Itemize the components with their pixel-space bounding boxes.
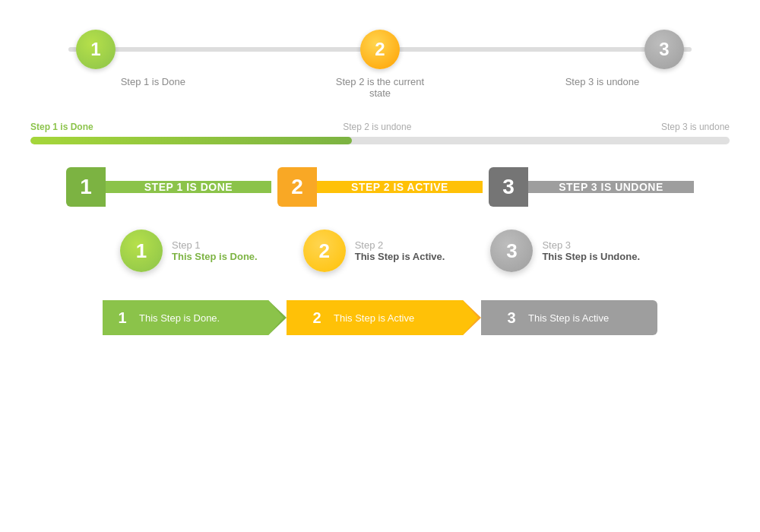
- chevron-label-3: This Step is Active: [528, 312, 609, 324]
- label-row: Step 1 is Done Step 2 is undone Step 3 i…: [30, 122, 730, 132]
- step-number-3: 3: [659, 39, 669, 60]
- chevron-label-1: This Step is Done.: [139, 312, 220, 324]
- chevron-num-2: 2: [308, 309, 326, 327]
- label-done: Step 1 is Done: [30, 122, 93, 132]
- icon-title-1: Step 1: [172, 239, 258, 251]
- icon-step-3: 3 Step 3 This Step is Undone.: [490, 230, 640, 272]
- icon-circle-1[interactable]: 1: [120, 230, 163, 272]
- btn-step-2[interactable]: 2 STEP 2 IS ACTIVE: [277, 167, 483, 207]
- btn-num-3: 3: [489, 167, 528, 207]
- label-undone-2: Step 2 is undone: [343, 122, 411, 132]
- btn-num-2: 2: [277, 167, 317, 207]
- step-label-3: Step 3 is undone: [548, 76, 639, 99]
- btn-num-1: 1: [66, 167, 106, 207]
- icon-circle-2[interactable]: 2: [303, 230, 346, 272]
- chevron-num-3: 3: [502, 309, 521, 327]
- icon-step-2: 2 Step 2 This Step is Active.: [303, 230, 445, 272]
- step-circles: 1 2 3: [30, 30, 730, 69]
- section3-buttons: 1 STEP 1 IS DONE 2 STEP 2 IS ACTIVE 3 ST…: [30, 167, 730, 207]
- btn-text-1: STEP 1 IS DONE: [106, 181, 271, 193]
- btn-text-2: STEP 2 IS ACTIVE: [317, 181, 483, 193]
- icon-num-3: 3: [506, 239, 517, 263]
- icon-desc-3: This Step is Undone.: [542, 251, 640, 262]
- section1-progress: 1 2 3 Step 1 is Done Step 2 is the curre…: [30, 30, 730, 99]
- step-circle-1[interactable]: 1: [76, 30, 116, 69]
- icon-circle-3[interactable]: 3: [490, 230, 533, 272]
- icon-title-2: Step 2: [355, 239, 445, 251]
- progress-track: 1 2 3: [30, 30, 730, 68]
- icon-step-1: 1 Step 1 This Step is Done.: [120, 230, 258, 272]
- step-circle-3[interactable]: 3: [644, 30, 684, 69]
- step-circle-2[interactable]: 2: [360, 30, 400, 69]
- color-bar: [30, 137, 730, 144]
- page-container: 1 2 3 Step 1 is Done Step 2 is the curre…: [0, 0, 760, 532]
- chevron-step-1[interactable]: 1 This Step is Done.: [103, 300, 268, 335]
- chevron-container: 1 This Step is Done. 2 This Step is Acti…: [103, 300, 657, 335]
- icon-desc-2: This Step is Active.: [355, 251, 445, 262]
- section5-chevron: 1 This Step is Done. 2 This Step is Acti…: [30, 299, 730, 337]
- icon-info-3: Step 3 This Step is Undone.: [542, 239, 640, 262]
- chevron-label-2: This Step is Active: [334, 312, 414, 324]
- step-number-2: 2: [375, 39, 385, 60]
- step-label-1: Step 1 is Done: [121, 76, 212, 99]
- btn-step-1[interactable]: 1 STEP 1 IS DONE: [66, 167, 271, 207]
- icon-title-3: Step 3: [542, 239, 640, 251]
- icon-desc-1: This Step is Done.: [172, 251, 258, 262]
- icon-info-1: Step 1 This Step is Done.: [172, 239, 258, 262]
- step-label-2: Step 2 is the current state: [334, 76, 426, 99]
- icon-num-1: 1: [136, 239, 147, 263]
- label-undone-3: Step 3 is undone: [661, 122, 730, 132]
- chevron-step-3[interactable]: 3 This Step is Active: [481, 300, 657, 335]
- chevron-num-1: 1: [113, 309, 131, 327]
- step-number-1: 1: [90, 39, 100, 60]
- section4-icons: 1 Step 1 This Step is Done. 2 Step 2 Thi…: [30, 230, 730, 272]
- icon-num-2: 2: [318, 239, 329, 263]
- color-bar-fill: [30, 137, 352, 144]
- btn-step-3[interactable]: 3 STEP 3 IS UNDONE: [489, 167, 694, 207]
- section2-progress: Step 1 is Done Step 2 is undone Step 3 i…: [30, 122, 730, 144]
- chevron-step-2[interactable]: 2 This Step is Active: [287, 300, 463, 335]
- icon-info-2: Step 2 This Step is Active.: [355, 239, 445, 262]
- step-labels-row: Step 1 is Done Step 2 is the current sta…: [30, 76, 730, 99]
- btn-text-3: STEP 3 IS UNDONE: [528, 181, 694, 193]
